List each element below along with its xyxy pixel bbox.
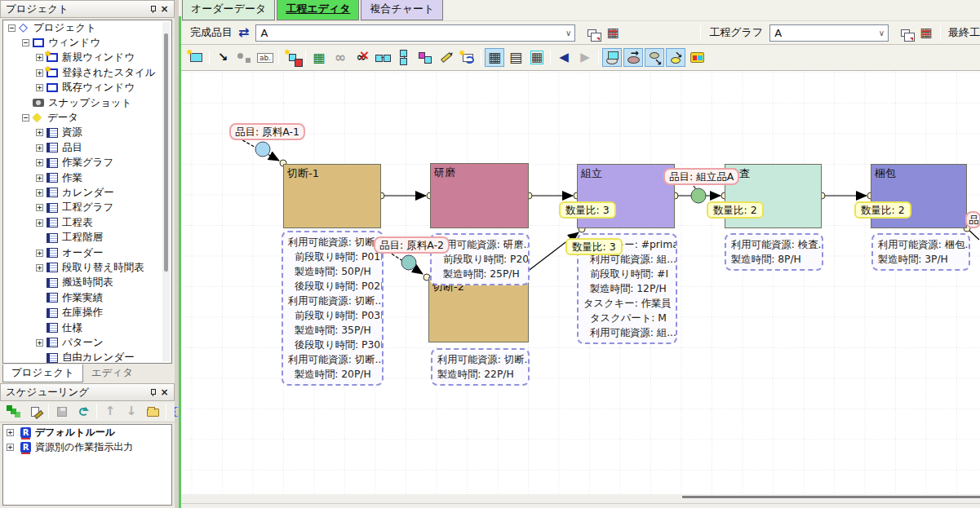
run-button[interactable]	[4, 402, 24, 421]
tree-item-9[interactable]: +作業グラフ	[3, 156, 171, 170]
horizontal-scrollbar[interactable]	[181, 494, 980, 508]
tree-item-20[interactable]: 仕様	[3, 320, 171, 335]
pin-icon[interactable]	[146, 387, 158, 399]
show-branch-button[interactable]	[645, 48, 664, 67]
forward-button[interactable]: ▶	[575, 48, 595, 67]
tree-item-12[interactable]: +工程グラフ	[3, 201, 171, 215]
tree-item-8[interactable]: +品目	[3, 140, 171, 155]
property-box-2[interactable]: 利用可能資源: 切断...製造時間: 22P/H	[431, 348, 530, 386]
process-box-0[interactable]: 切断-1	[283, 164, 381, 228]
expander-icon[interactable]: +	[36, 54, 43, 61]
process-graph-combobox[interactable]: A∨	[769, 24, 889, 42]
edit-rule-button[interactable]	[25, 402, 45, 421]
expander-icon[interactable]: +	[7, 429, 14, 436]
swap-icon[interactable]: ⇄	[238, 26, 249, 39]
close-icon[interactable]: ×	[158, 3, 171, 15]
process-box-1[interactable]: 研磨	[430, 163, 529, 228]
item-label-3[interactable]: 品目	[965, 211, 980, 228]
expander-icon[interactable]: +	[36, 159, 43, 166]
item-label-0[interactable]: 品目: 原料A-1	[229, 123, 305, 140]
new-node-button[interactable]	[282, 48, 302, 67]
scrollbar-thumb[interactable]	[164, 33, 168, 272]
item-label-2[interactable]: 品目: 組立品A	[663, 168, 739, 185]
expander-icon[interactable]: +	[36, 84, 43, 91]
expander-icon[interactable]: +	[36, 250, 43, 257]
detail-table-button[interactable]: ▦	[527, 48, 547, 67]
doc-tab-0[interactable]: オーダーデータ	[182, 0, 275, 20]
label-ab-button[interactable]: ab.	[255, 48, 275, 67]
tree-item-11[interactable]: +カレンダー	[3, 185, 171, 200]
property-list-button[interactable]: ▤	[506, 48, 525, 67]
show-process-button[interactable]	[623, 48, 643, 67]
open-window-button[interactable]	[895, 24, 915, 42]
quantity-label-3[interactable]: 数量比: 2	[854, 201, 911, 219]
tree-item-18[interactable]: 作業実績	[3, 290, 171, 305]
expander-icon[interactable]: +	[7, 444, 14, 451]
sched-rule-0[interactable]: +Rデフォルトルール	[3, 425, 171, 440]
tree-item-21[interactable]: +パターン	[3, 335, 171, 350]
expander-icon[interactable]: +	[36, 189, 43, 197]
open-table-button[interactable]: ▦	[916, 24, 936, 42]
tab-editor[interactable]: エディタ	[83, 364, 141, 382]
quantity-label-1[interactable]: 数量比: 3	[565, 238, 623, 255]
pin-icon[interactable]	[146, 3, 158, 15]
tree-item-19[interactable]: 在庫操作	[3, 305, 171, 320]
insert-row-button[interactable]: ▦	[309, 48, 329, 67]
tree-item-0[interactable]: −プロジェクト	[3, 20, 171, 35]
doc-tab-1[interactable]: 工程エディタ	[277, 0, 359, 20]
delete-glasses-button[interactable]: ∞	[352, 48, 371, 67]
highlight-pen-button[interactable]	[437, 48, 456, 67]
layout-vertical-button[interactable]	[394, 48, 414, 67]
show-item-button[interactable]	[602, 48, 622, 67]
tree-item-7[interactable]: +資源	[3, 126, 171, 140]
palette-button[interactable]	[687, 48, 707, 67]
project-tree-scrollbar[interactable]	[162, 22, 170, 361]
expander-icon[interactable]: +	[36, 204, 43, 211]
expander-icon[interactable]: −	[8, 24, 16, 32]
process-flow-canvas[interactable]: 切断-1研磨組立検査梱包切断-2利用可能資源: 切断...前段取り時間: P01…	[181, 71, 980, 494]
quantity-label-0[interactable]: 数量比: 3	[559, 201, 616, 219]
property-box-4[interactable]: 利用可能資源: 検査...製造時間: 8P/H	[725, 233, 823, 271]
open-window-button[interactable]	[582, 24, 601, 42]
tree-item-1[interactable]: −ウィンドウ	[3, 35, 171, 50]
close-icon[interactable]: ×	[158, 387, 171, 399]
expander-icon[interactable]: +	[36, 174, 43, 182]
property-box-5[interactable]: 利用可能資源: 梱包...製造時間: 3P/H	[871, 233, 970, 271]
tree-item-15[interactable]: +オーダー	[3, 245, 171, 260]
refresh-window-button[interactable]	[458, 48, 477, 67]
tree-item-17[interactable]: 搬送時間表	[3, 276, 171, 290]
finished-item-combobox[interactable]: A∨	[255, 24, 575, 42]
tree-item-5[interactable]: スナップショット	[3, 95, 171, 110]
move-up-button[interactable]: ↑	[100, 402, 120, 421]
tree-item-3[interactable]: +登録されたスタイル	[3, 65, 171, 80]
process-box-2[interactable]: 組立	[577, 164, 675, 228]
tree-item-14[interactable]: 工程階層	[3, 230, 171, 245]
table-view-button[interactable]: ▦	[485, 48, 504, 67]
expander-icon[interactable]: +	[36, 144, 43, 152]
undo-button[interactable]	[73, 402, 93, 421]
doc-tab-2[interactable]: 複合チャート	[361, 0, 443, 20]
expander-icon[interactable]: −	[22, 114, 29, 121]
move-down-button[interactable]: ↓	[122, 402, 141, 421]
expander-icon[interactable]: −	[22, 39, 29, 46]
expander-icon[interactable]: +	[36, 69, 43, 77]
tree-item-6[interactable]: −データ	[3, 110, 171, 125]
link-horizontal-button[interactable]	[373, 48, 392, 67]
new-process-button[interactable]	[186, 48, 206, 67]
tree-item-16[interactable]: +段取り替え時間表	[3, 260, 171, 275]
expander-icon[interactable]: +	[36, 219, 43, 227]
tab-project[interactable]: プロジェクト	[2, 364, 83, 382]
save-button[interactable]	[52, 402, 72, 421]
link-node-gray-button[interactable]	[234, 48, 254, 67]
tree-item-10[interactable]: +作業	[3, 170, 171, 185]
link-arrow-button[interactable]: ↘	[213, 48, 233, 67]
tree-item-13[interactable]: +工程表	[3, 215, 171, 230]
folder-button[interactable]	[143, 402, 162, 421]
scrollbar-thumb[interactable]	[682, 496, 980, 498]
back-button[interactable]: ◀	[554, 48, 574, 67]
show-task-button[interactable]	[666, 48, 685, 67]
tree-item-22[interactable]: 自由カレンダー	[3, 351, 171, 364]
open-table-button[interactable]: ▦	[603, 24, 623, 42]
expander-icon[interactable]: +	[36, 129, 43, 136]
item-label-1[interactable]: 品目: 原料A-2	[374, 236, 450, 254]
